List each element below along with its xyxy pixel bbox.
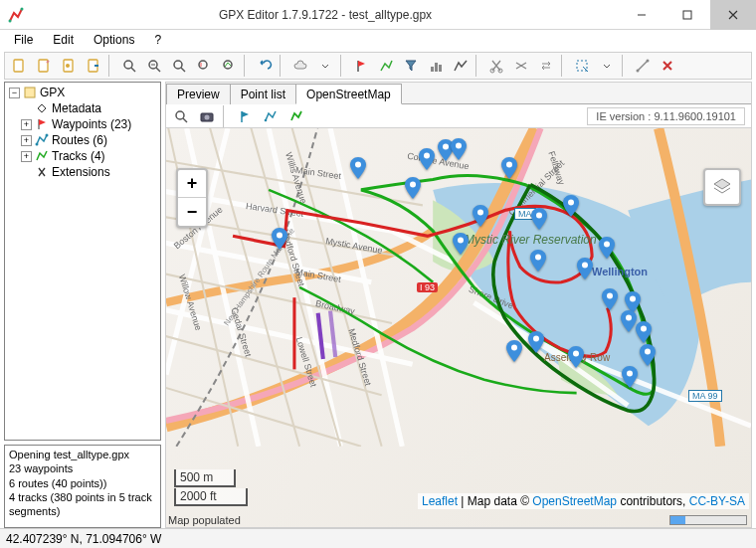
svg-point-60 [533,336,539,342]
menu-file[interactable]: File [6,31,41,49]
tree-panel[interactable]: − GPX Metadata + Waypoints (23) [4,82,161,441]
minimize-button[interactable] [619,0,664,30]
tree-item-waypoints[interactable]: + Waypoints (23) [21,116,158,132]
svg-rect-5 [39,60,48,72]
tool-zoom-out[interactable] [142,55,166,77]
tool-cut[interactable] [484,55,508,77]
map-tool-snapshot[interactable] [195,105,219,127]
tool-select[interactable] [570,55,594,77]
tool-undo[interactable] [253,55,277,77]
tool-open[interactable] [32,55,56,77]
svg-rect-20 [435,63,438,72]
tab-preview[interactable]: Preview [166,84,231,104]
svg-line-15 [181,68,185,72]
svg-point-39 [277,233,283,239]
tool-route[interactable] [374,55,398,77]
tool-export[interactable] [82,55,105,77]
tool-new[interactable] [7,55,31,77]
expand-icon[interactable]: + [21,151,32,162]
layers-button[interactable] [703,168,741,206]
track-icon [35,149,49,163]
zoom-in-button[interactable]: + [178,170,206,198]
map-marker[interactable] [419,148,435,170]
map-marker[interactable] [563,195,579,217]
tree-item-tracks[interactable]: + Tracks (4) [21,148,158,164]
window-buttons [619,0,756,30]
gpx-icon [23,86,37,99]
tree-label: Tracks (4) [52,149,105,163]
tree-root-label: GPX [40,86,65,99]
tool-cloud[interactable] [288,55,312,77]
download-progress [669,515,747,525]
map-marker[interactable] [453,233,469,255]
svg-point-42 [456,143,462,149]
tool-zoom-trk[interactable] [217,55,241,77]
tool-cloud-dd[interactable] [313,55,337,77]
map-marker[interactable] [602,288,618,310]
tool-filter[interactable] [399,55,423,77]
tab-openstreetmap[interactable]: OpenStreetMap [295,84,402,104]
map-marker[interactable] [501,157,517,179]
map-marker[interactable] [577,258,593,279]
tree-label: Routes (6) [52,133,107,147]
svg-rect-3 [683,11,691,19]
map-tool-find[interactable] [169,105,193,127]
map-badge-ma99: MA 99 [688,390,722,402]
tool-reverse[interactable] [534,55,558,77]
leaflet-link[interactable]: Leaflet [422,494,458,508]
map-marker[interactable] [405,177,421,199]
tool-select-dd[interactable] [595,55,619,77]
osm-link[interactable]: OpenStreetMap [532,494,617,508]
map-marker[interactable] [599,237,615,259]
tool-zoom-wpt[interactable] [192,55,216,77]
tree-item-extensions[interactable]: Extensions [21,164,158,180]
zoom-out-button[interactable]: − [178,198,206,226]
map-marker[interactable] [506,340,522,362]
map-marker[interactable] [640,344,656,366]
map-marker[interactable] [530,250,546,272]
window-title: GPX Editor 1.7.9.1722 - test_alltype.gpx [32,8,619,22]
tab-pointlist[interactable]: Point list [230,84,296,104]
map-marker[interactable] [636,321,652,343]
map-tool-wpt[interactable] [233,105,257,127]
map-marker[interactable] [531,208,547,230]
svg-line-25 [638,61,648,71]
menu-options[interactable]: Options [86,31,142,49]
svg-point-0 [9,19,12,22]
map-marker[interactable] [568,346,584,368]
map-tool-rte[interactable] [259,105,283,127]
tree-root[interactable]: − GPX [9,85,158,100]
map-marker[interactable] [472,205,488,227]
map-canvas[interactable]: Mystic River Reservation Wellington Asse… [166,128,751,527]
map-marker[interactable] [451,138,467,160]
map-marker[interactable] [622,366,638,388]
tool-flag[interactable] [349,55,373,77]
app-icon [8,7,24,23]
map-marker[interactable] [350,157,366,179]
map-marker[interactable] [272,228,287,250]
close-button[interactable] [710,0,756,30]
expand-icon[interactable]: + [21,135,32,146]
tool-delete[interactable] [656,55,679,77]
maximize-button[interactable] [664,0,710,30]
tool-measure[interactable] [631,55,655,77]
tool-zoom-in[interactable] [117,55,141,77]
expand-icon[interactable]: + [21,119,32,130]
svg-point-40 [424,153,430,159]
map-tool-trk[interactable] [284,105,308,127]
map-marker[interactable] [528,331,544,353]
tool-stats[interactable] [424,55,448,77]
tool-save[interactable] [57,55,81,77]
map-marker[interactable] [621,310,637,332]
license-link[interactable]: CC-BY-SA [689,494,745,508]
tool-merge[interactable] [509,55,533,77]
tree-label: Metadata [52,101,101,115]
tool-zoom-fit[interactable] [167,55,191,77]
collapse-icon[interactable]: − [9,88,20,98]
tool-elev[interactable] [449,55,472,77]
extension-icon [35,165,49,179]
tree-item-routes[interactable]: + Routes (6) [21,132,158,148]
menu-help[interactable]: ? [146,31,169,49]
tree-item-metadata[interactable]: Metadata [21,100,158,116]
menu-edit[interactable]: Edit [45,31,82,49]
